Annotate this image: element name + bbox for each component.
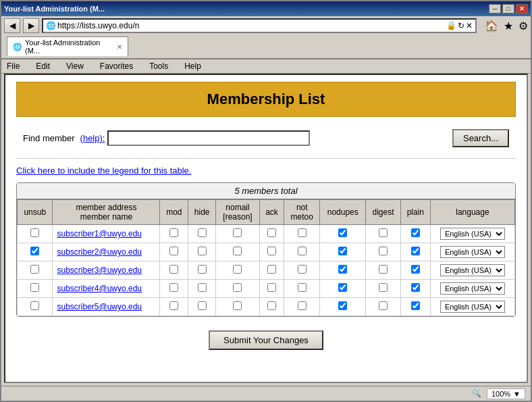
plain-checkbox-1[interactable] [411,228,420,237]
nodupes-checkbox-5[interactable] [338,301,347,310]
nomail-checkbox-4[interactable] [233,283,242,292]
plain-checkbox-2[interactable] [411,247,420,255]
unsub-checkbox-4[interactable] [30,283,39,292]
submit-row: Submit Your Changes [16,325,516,355]
menu-favorites[interactable]: Favorites [97,61,136,72]
unsub-checkbox-5[interactable] [30,301,39,310]
col-header-digest: digest [366,200,401,225]
maximize-button[interactable]: □ [502,4,514,14]
col-header-language: language [430,200,514,225]
menu-edit[interactable]: Edit [33,61,53,72]
close-button[interactable]: ✕ [516,4,528,14]
find-member-input[interactable] [107,130,310,146]
refresh-icon: ↻ [458,21,464,30]
member-link-5[interactable]: subscriber5@uwyo.edu [57,302,142,311]
active-tab[interactable]: 🌐 Your-list Administration (M... ✕ [7,36,128,56]
member-link-2[interactable]: subscriber2@uwyo.edu [57,247,142,257]
submit-button[interactable]: Submit Your Changes [209,330,323,350]
language-select-3[interactable]: English (USA) [440,264,505,276]
nodupes-checkbox-1[interactable] [338,228,347,237]
notmetoo-checkbox-2[interactable] [298,247,307,255]
minimize-button[interactable]: ─ [489,4,501,14]
menu-help[interactable]: Help [182,61,204,72]
settings-icon[interactable]: ⚙ [518,20,528,32]
mod-checkbox-4[interactable] [169,283,178,292]
col-header-hide: hide [188,200,216,225]
plain-checkbox-3[interactable] [411,265,420,274]
member-link-1[interactable]: subscriber1@uwyo.edu [57,229,142,238]
zoom-area: 100% ▼ [487,388,525,399]
digest-checkbox-3[interactable] [379,265,388,274]
ack-checkbox-3[interactable] [267,265,276,274]
menu-file[interactable]: File [4,61,22,72]
digest-checkbox-1[interactable] [379,228,388,237]
hide-checkbox-5[interactable] [198,301,207,310]
digest-checkbox-5[interactable] [379,301,388,310]
tab-close-button[interactable]: ✕ [117,43,122,51]
nodupes-checkbox-3[interactable] [338,265,347,274]
language-select-1[interactable]: English (USA) [440,228,505,240]
search-button[interactable]: Search... [452,129,509,147]
zoom-dropdown-icon[interactable]: ▼ [513,390,521,398]
title-bar: Your-list Administration (M... ─ □ ✕ [1,1,531,16]
hide-checkbox-1[interactable] [198,228,207,237]
language-select-4[interactable]: English (USA) [440,282,505,295]
close-address-icon[interactable]: ✕ [466,21,473,30]
back-button[interactable]: ◀ [4,18,20,33]
language-select-5[interactable]: English (USA) [440,301,505,313]
nomail-checkbox-5[interactable] [233,301,242,310]
unsub-checkbox-3[interactable] [30,265,39,274]
plain-checkbox-5[interactable] [411,301,420,310]
unsub-checkbox-2[interactable] [30,247,39,255]
zoom-level: 100% [491,390,510,398]
member-link-4[interactable]: subscriber4@uwyo.edu [57,284,142,293]
notmetoo-checkbox-3[interactable] [298,265,307,274]
zoom-icon: 🔍 [472,389,481,398]
find-member-row: Find member (help): Search... [16,124,516,153]
hide-checkbox-2[interactable] [198,247,207,255]
hide-checkbox-3[interactable] [198,265,207,274]
unsub-checkbox-1[interactable] [30,228,39,237]
digest-checkbox-2[interactable] [379,247,388,255]
col-header-notmetoo: notmetoo [284,200,320,225]
title-bar-buttons: ─ □ ✕ [489,4,528,14]
ack-checkbox-2[interactable] [267,247,276,255]
table-row: subscriber2@uwyo.eduEnglish (USA) [18,243,515,261]
find-member-help-link[interactable]: (help): [80,133,105,143]
mod-checkbox-2[interactable] [169,247,178,255]
legend-link[interactable]: Click here to include the legend for thi… [16,166,516,176]
notmetoo-checkbox-1[interactable] [298,228,307,237]
notmetoo-checkbox-4[interactable] [298,283,307,292]
mod-checkbox-1[interactable] [169,228,178,237]
nomail-checkbox-1[interactable] [233,228,242,237]
nodupes-checkbox-2[interactable] [338,247,347,255]
hide-checkbox-4[interactable] [198,283,207,292]
table-row: subscriber3@uwyo.eduEnglish (USA) [18,261,515,280]
page-content: Membership List Find member (help): Sear… [4,74,528,383]
members-total-row: 5 members total [17,183,515,199]
ack-checkbox-4[interactable] [267,283,276,292]
favorites-icon[interactable]: ★ [504,20,513,32]
address-bar[interactable]: 🌐 https://lists.uwyo.edu/n 🔒 ↻ ✕ [42,18,477,33]
col-header-ack: ack [259,200,284,225]
language-select-2[interactable]: English (USA) [440,246,505,258]
menu-view[interactable]: View [63,61,86,72]
member-link-3[interactable]: subscriber3@uwyo.edu [57,266,142,275]
col-header-member: member addressmember name [53,200,160,225]
ack-checkbox-1[interactable] [267,228,276,237]
mod-checkbox-5[interactable] [169,301,178,310]
home-icon[interactable]: 🏠 [485,20,498,32]
table-row: subscriber5@uwyo.eduEnglish (USA) [18,298,515,316]
notmetoo-checkbox-5[interactable] [298,301,307,310]
menu-tools[interactable]: Tools [147,61,171,72]
digest-checkbox-4[interactable] [379,283,388,292]
lock-icon: 🔒 [446,21,456,30]
tab-label: Your-list Administration (M... [25,39,114,55]
plain-checkbox-4[interactable] [411,283,420,292]
forward-button[interactable]: ▶ [23,18,39,33]
mod-checkbox-3[interactable] [169,265,178,274]
nomail-checkbox-2[interactable] [233,247,242,255]
nodupes-checkbox-4[interactable] [338,283,347,292]
ack-checkbox-5[interactable] [267,301,276,310]
nomail-checkbox-3[interactable] [233,265,242,274]
